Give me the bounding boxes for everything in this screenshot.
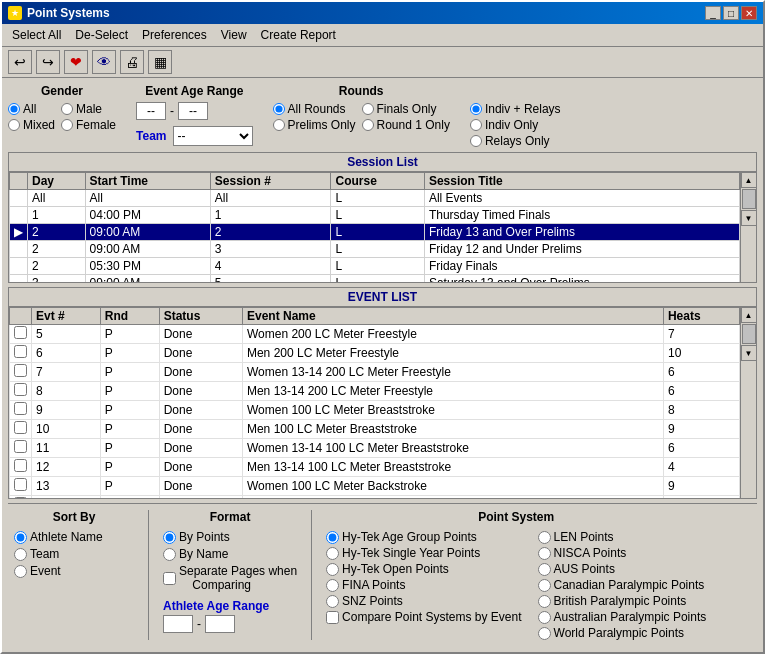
event-checkbox[interactable] [14, 402, 27, 415]
ps-compare-event[interactable]: Compare Point Systems by Event [326, 610, 521, 624]
session-row[interactable]: 2 09:00 AM 3 L Friday 12 and Under Preli… [10, 241, 740, 258]
heart-button[interactable]: ❤ [64, 50, 88, 74]
ps-nisca[interactable]: NISCA Points [538, 546, 707, 560]
session-row[interactable]: 3 09:00 AM 5 L Saturday 13 and Over Prel… [10, 275, 740, 283]
menu-de-select[interactable]: De-Select [69, 26, 134, 44]
event-checkbox[interactable] [14, 421, 27, 434]
event-scroll-down[interactable]: ▼ [741, 345, 757, 361]
age-from-input[interactable] [136, 102, 166, 120]
event-scroll-thumb[interactable] [742, 324, 756, 344]
event-checkbox[interactable] [14, 345, 27, 358]
sort-event[interactable]: Event [14, 564, 134, 578]
event-scrollbar[interactable]: ▲ ▼ [740, 307, 756, 498]
event-row[interactable]: 8 P Done Men 13-14 200 LC Meter Freestyl… [10, 382, 740, 401]
athlete-age-to[interactable] [205, 615, 235, 633]
event-checkbox[interactable] [14, 459, 27, 472]
indiv-only[interactable]: Indiv Only [470, 118, 561, 132]
event-row[interactable]: 10 P Done Men 100 LC Meter Breaststroke … [10, 420, 740, 439]
ps-canadian-para[interactable]: Canadian Paralympic Points [538, 578, 707, 592]
menu-create-report[interactable]: Create Report [255, 26, 342, 44]
rounds-prelims[interactable]: Prelims Only [273, 118, 356, 132]
team-select[interactable]: -- [173, 126, 253, 146]
event-checkbox-cell[interactable] [10, 420, 32, 439]
event-row[interactable]: 14 P Done Men 100 LC Meter Backstroke 11 [10, 496, 740, 499]
session-table: Day Start Time Session # Course Session … [9, 172, 740, 282]
event-row[interactable]: 6 P Done Men 200 LC Meter Freestyle 10 [10, 344, 740, 363]
ps-australian-para[interactable]: Australian Paralympic Points [538, 610, 707, 624]
session-table-scroll[interactable]: Day Start Time Session # Course Session … [9, 172, 740, 282]
undo-button[interactable]: ↩ [8, 50, 32, 74]
event-checkbox[interactable] [14, 478, 27, 491]
event-row[interactable]: 12 P Done Men 13-14 100 LC Meter Breasts… [10, 458, 740, 477]
event-checkbox-cell[interactable] [10, 325, 32, 344]
session-row[interactable]: ▶ 2 09:00 AM 2 L Friday 13 and Over Prel… [10, 224, 740, 241]
session-row[interactable]: 1 04:00 PM 1 L Thursday Timed Finals [10, 207, 740, 224]
ps-fina[interactable]: FINA Points [326, 578, 521, 592]
minimize-button[interactable]: _ [705, 6, 721, 20]
event-row[interactable]: 11 P Done Women 13-14 100 LC Meter Breas… [10, 439, 740, 458]
format-by-points[interactable]: By Points [163, 530, 297, 544]
age-to-input[interactable] [178, 102, 208, 120]
copy-button[interactable]: ▦ [148, 50, 172, 74]
maximize-button[interactable]: □ [723, 6, 739, 20]
event-checkbox[interactable] [14, 326, 27, 339]
event-checkbox-cell[interactable] [10, 439, 32, 458]
athlete-age-from[interactable] [163, 615, 193, 633]
event-checkbox[interactable] [14, 440, 27, 453]
menu-preferences[interactable]: Preferences [136, 26, 213, 44]
gender-all[interactable]: All [8, 102, 55, 116]
event-checkbox[interactable] [14, 497, 27, 498]
ps-world-para[interactable]: World Paralympic Points [538, 626, 707, 640]
close-button[interactable]: ✕ [741, 6, 757, 20]
rounds-finals[interactable]: Finals Only [362, 102, 450, 116]
indiv-relays[interactable]: Indiv + Relays [470, 102, 561, 116]
session-number: 4 [210, 258, 331, 275]
rounds-round1[interactable]: Round 1 Only [362, 118, 450, 132]
ps-british-para[interactable]: British Paralympic Points [538, 594, 707, 608]
event-list-header: EVENT LIST [9, 288, 756, 307]
relays-only[interactable]: Relays Only [470, 134, 561, 148]
event-checkbox[interactable] [14, 383, 27, 396]
ps-aus[interactable]: AUS Points [538, 562, 707, 576]
ps-snz[interactable]: SNZ Points [326, 594, 521, 608]
session-scrollbar[interactable]: ▲ ▼ [740, 172, 756, 282]
event-row[interactable]: 13 P Done Women 100 LC Meter Backstroke … [10, 477, 740, 496]
redo-button[interactable]: ↪ [36, 50, 60, 74]
event-checkbox-cell[interactable] [10, 363, 32, 382]
print-button[interactable]: 🖨 [120, 50, 144, 74]
format-separate-pages[interactable]: Separate Pages when Comparing [163, 564, 297, 592]
format-by-name[interactable]: By Name [163, 547, 297, 561]
session-row[interactable]: 2 05:30 PM 4 L Friday Finals [10, 258, 740, 275]
gender-male[interactable]: Male [61, 102, 116, 116]
gender-col1: All Mixed [8, 102, 55, 132]
gender-female[interactable]: Female [61, 118, 116, 132]
menu-select-all[interactable]: Select All [6, 26, 67, 44]
sort-team[interactable]: Team [14, 547, 134, 561]
event-scroll-up[interactable]: ▲ [741, 307, 757, 323]
sort-athlete-name[interactable]: Athlete Name [14, 530, 134, 544]
event-row[interactable]: 7 P Done Women 13-14 200 LC Meter Freest… [10, 363, 740, 382]
rounds-all[interactable]: All Rounds [273, 102, 356, 116]
event-checkbox-cell[interactable] [10, 382, 32, 401]
ps-len[interactable]: LEN Points [538, 530, 707, 544]
event-row[interactable]: 9 P Done Women 100 LC Meter Breaststroke… [10, 401, 740, 420]
eye-button[interactable]: 👁 [92, 50, 116, 74]
event-checkbox[interactable] [14, 364, 27, 377]
ps-hytek-single[interactable]: Hy-Tek Single Year Points [326, 546, 521, 560]
session-row[interactable]: All All All L All Events [10, 190, 740, 207]
menu-view[interactable]: View [215, 26, 253, 44]
ps-hytek-open[interactable]: Hy-Tek Open Points [326, 562, 521, 576]
event-checkbox-cell[interactable] [10, 401, 32, 420]
event-checkbox-cell[interactable] [10, 344, 32, 363]
scroll-down-arrow[interactable]: ▼ [741, 210, 757, 226]
event-checkbox-cell[interactable] [10, 496, 32, 499]
scroll-thumb[interactable] [742, 189, 756, 209]
gender-col2: Male Female [61, 102, 116, 132]
event-row[interactable]: 5 P Done Women 200 LC Meter Freestyle 7 [10, 325, 740, 344]
gender-mixed[interactable]: Mixed [8, 118, 55, 132]
scroll-up-arrow[interactable]: ▲ [741, 172, 757, 188]
event-list-scroll[interactable]: Evt # Rnd Status Event Name Heats 5 P Do… [9, 307, 740, 498]
event-checkbox-cell[interactable] [10, 458, 32, 477]
event-checkbox-cell[interactable] [10, 477, 32, 496]
ps-hytek-age[interactable]: Hy-Tek Age Group Points [326, 530, 521, 544]
